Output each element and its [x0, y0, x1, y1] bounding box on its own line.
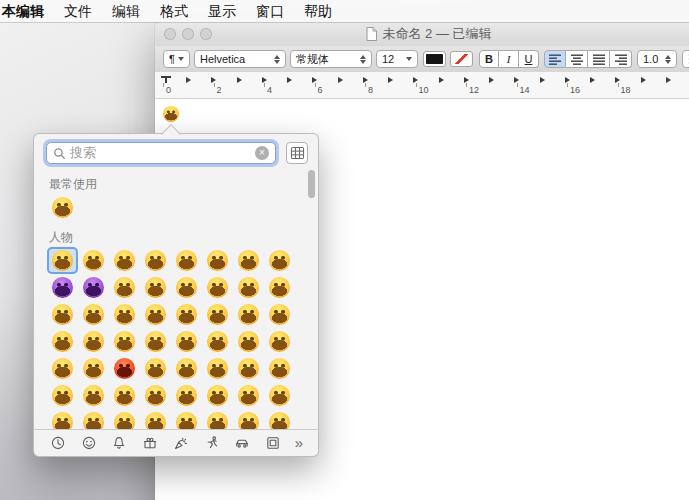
menu-item-5[interactable]: 窗口 — [246, 0, 294, 22]
menu-item-4[interactable]: 显示 — [198, 0, 246, 22]
tab-stop-marker[interactable] — [565, 77, 570, 83]
emoji-cell[interactable] — [202, 355, 233, 382]
emoji-cell[interactable] — [171, 328, 202, 355]
background-color-well[interactable] — [450, 51, 473, 67]
tab-stop-marker[interactable] — [413, 77, 418, 83]
emoji-cell[interactable] — [264, 382, 295, 409]
emoji-cell[interactable] — [78, 328, 109, 355]
tab-stop-marker[interactable] — [363, 77, 368, 83]
emoji-cell[interactable] — [264, 355, 295, 382]
menu-item-2[interactable]: 编辑 — [102, 0, 150, 22]
emoji-cell[interactable] — [171, 301, 202, 328]
paragraph-styles-button[interactable]: ¶ — [163, 50, 190, 68]
line-spacing-select[interactable]: 1.0 — [637, 50, 677, 68]
emoji-cell[interactable] — [140, 301, 171, 328]
emoji-cell[interactable] — [47, 382, 78, 409]
tab-stop-marker[interactable] — [388, 77, 393, 83]
title-bar[interactable]: 未命名 2 — 已编辑 — [155, 22, 689, 47]
gift-category-button[interactable] — [141, 434, 159, 452]
italic-button[interactable]: I — [499, 50, 519, 68]
emoji-cell[interactable] — [264, 274, 295, 301]
emoji-cell[interactable] — [78, 355, 109, 382]
emoji-cell[interactable] — [264, 328, 295, 355]
emoji-cell[interactable] — [264, 247, 295, 274]
emoji-cell[interactable] — [233, 247, 264, 274]
emoji-cell[interactable] — [202, 247, 233, 274]
emoji-cell[interactable] — [109, 301, 140, 328]
emoji-cell[interactable] — [78, 274, 109, 301]
emoji-cell[interactable] — [233, 328, 264, 355]
tab-stop-marker[interactable] — [262, 77, 267, 83]
emoji-cell[interactable] — [140, 247, 171, 274]
emoji-cell[interactable] — [109, 328, 140, 355]
emoji-cell[interactable] — [109, 274, 140, 301]
align-justify-button[interactable] — [588, 50, 610, 68]
menu-item-6[interactable]: 帮助 — [294, 0, 342, 22]
emoji-cell[interactable] — [171, 274, 202, 301]
smiley-category-button[interactable] — [80, 434, 98, 452]
font-family-select[interactable]: Helvetica — [194, 50, 286, 68]
underline-button[interactable]: U — [519, 50, 539, 68]
party-popper-category-button[interactable] — [172, 434, 190, 452]
emoji-cell[interactable] — [47, 274, 78, 301]
text-color-well[interactable] — [423, 51, 446, 67]
tab-stop-marker[interactable] — [211, 77, 216, 83]
emoji-cell[interactable] — [47, 247, 78, 274]
align-right-button[interactable] — [610, 50, 632, 68]
tab-stop-marker[interactable] — [540, 77, 545, 83]
emoji-cell[interactable] — [233, 355, 264, 382]
menu-item-1[interactable]: 文件 — [54, 0, 102, 22]
more-categories-button[interactable]: » — [295, 434, 303, 452]
emoji-cell[interactable] — [202, 328, 233, 355]
emoji-cell[interactable] — [47, 355, 78, 382]
emoji-cell[interactable] — [140, 274, 171, 301]
tab-stop-marker[interactable] — [666, 77, 671, 83]
car-category-button[interactable] — [233, 434, 251, 452]
emoji-cell[interactable] — [78, 301, 109, 328]
font-size-select[interactable]: 12 — [376, 50, 418, 68]
tab-stop-marker[interactable] — [514, 77, 519, 83]
bell-category-button[interactable] — [110, 434, 128, 452]
emoji-cell[interactable] — [109, 382, 140, 409]
emoji-cell[interactable] — [109, 247, 140, 274]
emoji-cell[interactable] — [171, 355, 202, 382]
emoji-cell[interactable] — [233, 274, 264, 301]
emoji-cell[interactable] — [109, 409, 140, 430]
emoji-cell[interactable] — [78, 382, 109, 409]
clock-category-button[interactable] — [49, 434, 67, 452]
emoji-cell[interactable] — [47, 328, 78, 355]
emoji-cell[interactable] — [202, 274, 233, 301]
menu-item-0[interactable]: 本编辑 — [0, 0, 54, 22]
emoji-cell[interactable] — [47, 194, 78, 221]
emoji-cell[interactable] — [233, 301, 264, 328]
indent-marker[interactable] — [161, 76, 171, 83]
emoji-cell[interactable] — [109, 355, 140, 382]
ruler[interactable]: 024681012141618 — [155, 72, 689, 99]
menu-item-3[interactable]: 格式 — [150, 0, 198, 22]
align-center-button[interactable] — [566, 50, 588, 68]
emoji-cell[interactable] — [140, 409, 171, 430]
emoji-cell[interactable] — [171, 247, 202, 274]
emoji-cell[interactable] — [233, 382, 264, 409]
emoji-cell[interactable] — [78, 409, 109, 430]
tab-stop-marker[interactable] — [641, 77, 646, 83]
emoji-cell[interactable] — [47, 409, 78, 430]
emoji-cell[interactable] — [140, 382, 171, 409]
clear-search-button[interactable]: × — [255, 146, 269, 160]
emoji-cell[interactable] — [171, 409, 202, 430]
emoji-cell[interactable] — [264, 301, 295, 328]
align-left-button[interactable] — [544, 50, 566, 68]
tab-stop-marker[interactable] — [312, 77, 317, 83]
tab-stop-marker[interactable] — [338, 77, 343, 83]
emoji-cell[interactable] — [140, 328, 171, 355]
tab-stop-marker[interactable] — [287, 77, 292, 83]
emoji-cell[interactable] — [140, 355, 171, 382]
search-input[interactable]: 搜索 × — [46, 142, 276, 164]
tab-stop-marker[interactable] — [464, 77, 469, 83]
emoji-cell[interactable] — [202, 301, 233, 328]
list-style-select[interactable] — [682, 50, 689, 68]
tab-stop-marker[interactable] — [615, 77, 620, 83]
tab-stop-marker[interactable] — [439, 77, 444, 83]
emoji-cell[interactable] — [78, 247, 109, 274]
frame-category-button[interactable] — [264, 434, 282, 452]
